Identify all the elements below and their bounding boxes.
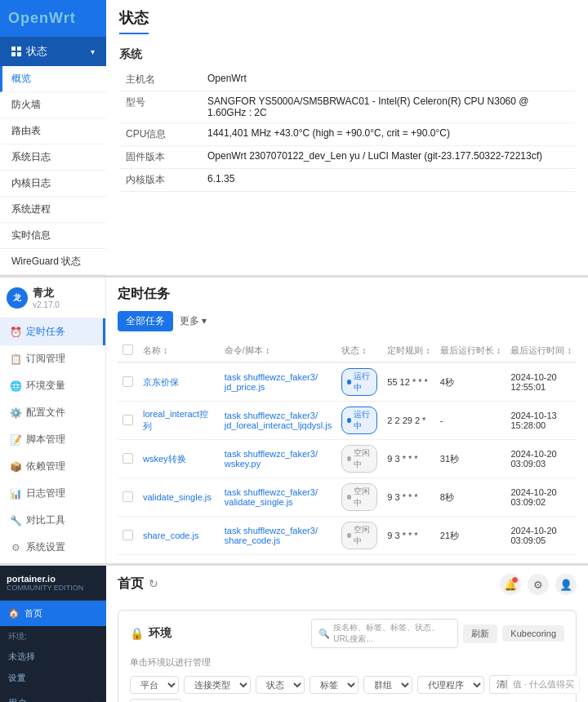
ql-td-script: task shufflewzc_faker3/jd_price.js: [220, 362, 336, 402]
pt-env-value[interactable]: 未选择: [0, 647, 106, 666]
ow-submenu-kernlog[interactable]: 内核日志: [0, 171, 106, 197]
ow-page-title: 状态: [119, 8, 149, 34]
settings-item-label: 用户: [8, 697, 26, 702]
ow-submenu-overview[interactable]: 概览: [0, 66, 106, 92]
row-check[interactable]: [122, 530, 133, 540]
notification-button[interactable]: 🔔: [500, 574, 521, 595]
task-name-link[interactable]: share_code.js: [143, 531, 199, 540]
ql-td-status: 运行中: [336, 402, 382, 440]
ow-submenu-routes[interactable]: 路由表: [0, 118, 106, 144]
ql-th-1: 命令/脚本 ↕: [220, 340, 336, 362]
ql-td-lastrun: 2024-10-2012:55:01: [506, 362, 577, 402]
ql-sidebar-item-0[interactable]: ⏰定时任务: [0, 318, 105, 345]
task-script-link[interactable]: task shufflewzc_faker3/validate_single.j…: [225, 487, 318, 507]
pt-page-title: 首页: [118, 575, 144, 593]
ql-td-duration: 4秒: [435, 362, 506, 402]
task-script-link[interactable]: task shufflewzc_faker3/jd_loreal_interac…: [225, 411, 332, 430]
task-script-link[interactable]: task shufflewzc_faker3/wskey.py: [225, 449, 318, 469]
user-button[interactable]: 👤: [555, 574, 577, 595]
ql-tab-all[interactable]: 全部任务: [118, 311, 173, 331]
task-script-link[interactable]: task shufflewzc_faker3/jd_price.js: [225, 372, 318, 392]
ql-content: 定时任务 全部任务 更多 ▾ 名称 ↕命令/脚本 ↕状态 ↕定时规则 ↕最后运行…: [106, 278, 588, 563]
row-check[interactable]: [122, 376, 133, 387]
ow-table-row: 主机名OpenWrt: [119, 69, 575, 91]
ql-sidebar-nav: ⏰定时任务📋订阅管理🌐环境变量⚙️配置文件📝脚本管理📦依赖管理📊日志管理🔧对比工…: [0, 318, 105, 561]
ql-sidebar-item-5[interactable]: 📦依赖管理: [0, 453, 105, 480]
task-script-link[interactable]: task shufflewzc_faker3/share_code.js: [225, 526, 318, 545]
ql-sidebar-item-6[interactable]: 📊日志管理: [0, 480, 105, 507]
platform-filter[interactable]: 平台: [130, 676, 179, 694]
chevron-icon: ▾: [91, 47, 95, 56]
sort-btn[interactable]: 排序方/...: [130, 699, 181, 702]
ql-td-lastrun: 2024-10-2003:09:02: [506, 478, 577, 517]
ow-submenu-syslog[interactable]: 系统日志: [0, 144, 106, 171]
ow-submenu-realtime[interactable]: 实时信息: [0, 223, 106, 249]
pt-refresh-icon[interactable]: ↻: [149, 577, 158, 590]
connection-filter[interactable]: 连接类型: [184, 676, 251, 694]
openwrt-panel: OpenWrt 状态 ▾ 概览 防火墙 路由表 系统日志 内核日志 系统进程 实…: [0, 0, 588, 278]
ow-row-value: 6.1.35: [201, 169, 575, 192]
ql-task-row: loreal_interact控列 task shufflewzc_faker3…: [118, 402, 577, 440]
ql-td-lastrun: 2024-10-2003:09:05: [506, 517, 577, 555]
ql-sidebar-item-7[interactable]: 🔧对比工具: [0, 507, 105, 534]
ql-td-duration: 8秒: [435, 478, 506, 517]
ql-task-row: share_code.js task shufflewzc_faker3/sha…: [118, 517, 577, 555]
ql-tab-more[interactable]: 更多 ▾: [180, 314, 207, 328]
menu-label: 日志管理: [26, 487, 65, 500]
ow-row-label: CPU信息: [119, 123, 201, 146]
agent-filter[interactable]: 代理程序: [417, 676, 484, 694]
menu-label: 对比工具: [26, 513, 65, 527]
ow-submenu-firewall[interactable]: 防火墙: [0, 92, 106, 118]
row-check[interactable]: [122, 453, 133, 464]
task-name-link[interactable]: loreal_interact控列: [143, 409, 208, 431]
ow-row-value: OpenWrt: [201, 69, 575, 91]
ql-th-4: 最后运行时长 ↕: [435, 340, 506, 362]
ql-sidebar-item-2[interactable]: 🌐环境变量: [0, 372, 105, 399]
pt-env-actions: 🔍 按名称、标签、标签、状态、URL搜索... 刷新 Kubecoring: [311, 619, 564, 648]
status-filter[interactable]: 状态: [256, 676, 305, 694]
ql-sidebar-item-3[interactable]: ⚙️配置文件: [0, 399, 105, 426]
menu-label: 配置文件: [26, 406, 65, 420]
ql-logo: 龙 青龙 v2.17.0: [0, 278, 105, 318]
pt-refresh-btn[interactable]: 刷新: [463, 624, 497, 643]
group-filter[interactable]: 群组: [363, 676, 412, 694]
task-status-badge: 空闲中: [341, 445, 377, 473]
menu-icon: 📦: [10, 461, 21, 473]
ql-td-cron: 2 2 29 2 *: [382, 402, 435, 440]
task-name-link[interactable]: wskey转换: [143, 454, 186, 464]
menu-icon: ⚙: [10, 542, 21, 553]
pt-kube-btn[interactable]: Kubecoring: [502, 625, 564, 642]
watermark: 值 · 什么值得买: [507, 675, 580, 694]
ql-td-name: wskey转换: [138, 440, 220, 478]
task-status-badge: 空闲中: [341, 483, 377, 511]
pt-search-box[interactable]: 🔍 按名称、标签、标签、状态、URL搜索...: [311, 619, 458, 648]
ql-sidebar-item-8[interactable]: ⚙系统设置: [0, 534, 105, 561]
menu-label: 依赖管理: [26, 460, 65, 473]
task-status-badge: 运行中: [341, 407, 377, 434]
pt-settings-item-0[interactable]: 用户›: [0, 691, 106, 702]
ql-td-lastrun: 2024-10-1315:28:00: [506, 402, 577, 440]
tag-filter[interactable]: 标签: [310, 676, 359, 694]
pt-top-actions: 🔔 ⚙ 👤: [500, 574, 577, 595]
ql-sidebar-item-1[interactable]: 📋订阅管理: [0, 345, 105, 372]
ow-system-title: 系统: [119, 47, 575, 62]
row-check[interactable]: [122, 415, 133, 425]
ql-page-title: 定时任务: [118, 286, 577, 303]
ql-sidebar-item-4[interactable]: 📝脚本管理: [0, 426, 105, 453]
task-name-link[interactable]: validate_single.js: [143, 492, 212, 502]
task-name-link[interactable]: 京东价保: [143, 377, 179, 387]
pt-sidebar: portainer.io COMMUNITY EDITION 🏠 首页 环境: …: [0, 566, 106, 702]
menu-label: 系统设置: [26, 540, 65, 554]
ow-submenu-process[interactable]: 系统进程: [0, 197, 106, 223]
select-all-check[interactable]: [122, 344, 133, 355]
ql-th-2: 状态 ↕: [336, 340, 382, 362]
ow-status-menu[interactable]: 状态 ▾: [0, 37, 106, 66]
settings-button[interactable]: ⚙: [528, 574, 549, 595]
pt-home-menu[interactable]: 🏠 首页: [0, 601, 106, 626]
ow-submenu-wireguard[interactable]: WireGuard 状态: [0, 249, 106, 275]
ql-td-cron: 55 12 * * *: [382, 362, 435, 402]
ow-sidebar: OpenWrt 状态 ▾ 概览 防火墙 路由表 系统日志 内核日志 系统进程 实…: [0, 0, 106, 275]
row-check[interactable]: [122, 491, 133, 502]
ql-td-script: task shufflewzc_faker3/validate_single.j…: [220, 478, 336, 517]
ow-table-row: 内核版本6.1.35: [119, 169, 575, 192]
